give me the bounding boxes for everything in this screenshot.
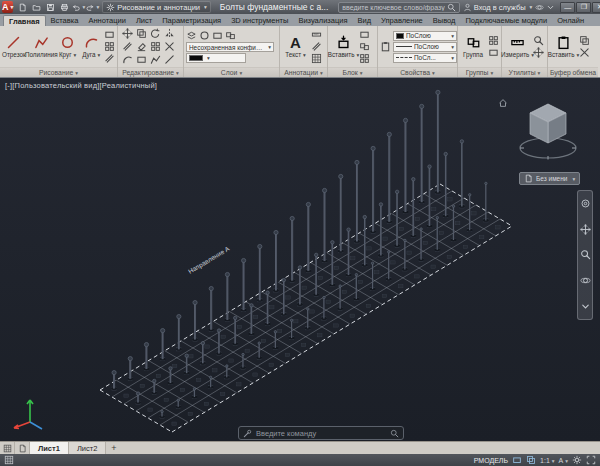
tab-annotacii[interactable]: Аннотации [83,15,131,26]
new-icon[interactable] [16,1,29,13]
text-button[interactable]: АТекст [282,35,309,58]
help-search-box[interactable]: введите ключевое слово/фразу [338,2,459,13]
polyline-button[interactable]: Полилиния [28,35,55,58]
fillet-tool-icon[interactable] [122,54,133,65]
redo-icon[interactable] [86,1,99,13]
cut-clip-icon[interactable] [579,47,590,58]
layer-lock-icon[interactable] [225,30,236,41]
tab-glavnaya[interactable]: Главная [3,15,46,26]
new-layout-button[interactable]: + [106,442,121,454]
fullscreen-icon[interactable] [586,455,596,465]
viewcube[interactable] [512,90,584,168]
workspace-switcher[interactable]: Рисование и аннотации [102,1,211,13]
block-attrs-icon[interactable] [359,53,370,64]
tab-vstavka[interactable]: Вставка [46,15,84,26]
command-line[interactable]: Введите команду [238,426,404,440]
signin-button[interactable]: Вход в службы [463,3,533,12]
minimize-button[interactable]: — [560,2,575,13]
id-point-icon[interactable] [533,47,544,58]
panel-annotation-title[interactable]: Аннотации [284,69,323,76]
dimension-tool-icon[interactable] [311,29,322,40]
layer-off-icon[interactable] [199,30,210,41]
measure-button[interactable]: Измерить [504,35,531,58]
tab-3d-instrumenty[interactable]: 3D инструменты [226,15,293,26]
leader-tool-icon[interactable] [311,41,322,52]
tab-vyvod[interactable]: Вывод [428,15,461,26]
panel-block-title[interactable]: Блок [343,69,363,76]
undo-icon[interactable] [72,1,85,13]
layer-properties-icon[interactable] [186,30,197,41]
layer-freeze-icon[interactable] [212,30,223,41]
group-edit-icon[interactable] [488,47,499,58]
rectangle-tool-icon[interactable] [104,29,115,40]
edit-block-icon[interactable] [359,41,370,52]
mirror-tool-icon[interactable] [164,28,175,39]
navigation-bar[interactable] [577,190,593,320]
command-customize-icon[interactable] [243,429,252,438]
model-space-icon[interactable] [0,442,15,454]
model-paper-toggle[interactable]: РМОДЕЛЬ [474,457,508,464]
match-properties-icon[interactable] [380,41,391,52]
viewcube-home-icon[interactable] [498,94,508,104]
panel-draw-title[interactable]: Рисование [39,69,78,76]
panel-modify-title[interactable]: Редактирование [122,69,179,76]
help-icon[interactable] [546,3,555,12]
save-icon[interactable] [44,1,57,13]
status-gear-icon[interactable] [572,455,582,465]
tab-upravlenie[interactable]: Управление [376,15,428,26]
command-prompt[interactable]: Введите команду [256,429,386,438]
ellipse-tool-icon[interactable] [104,53,115,64]
paste-button[interactable]: Вставить [550,35,577,58]
layout-list-icon[interactable] [15,442,30,454]
offset-tool-icon[interactable] [122,41,133,52]
print-icon[interactable] [58,1,71,13]
layer-dropdown[interactable] [186,53,246,63]
tab-list[interactable]: Лист [131,15,157,26]
erase-tool-icon[interactable] [136,41,147,52]
steering-wheel-icon[interactable] [580,198,591,209]
table-tool-icon[interactable] [311,53,322,64]
ungroup-icon[interactable] [488,35,499,46]
color-dropdown[interactable]: ПоСлою [393,31,457,41]
annotation-scale-button[interactable]: 1:1 [540,457,555,464]
copy-tool-icon[interactable] [136,28,147,39]
panel-layers-title[interactable]: Слои [221,69,242,76]
open-icon[interactable] [30,1,43,13]
hatch-tool-icon[interactable] [104,41,115,52]
viewcube-ucs-menu[interactable]: Без имени [519,172,580,185]
insert-block-button[interactable]: Вставить [330,35,357,58]
app-menu-button[interactable]: A [2,1,13,13]
arc-button[interactable]: Дуга [80,35,102,58]
pan-icon[interactable] [580,224,591,235]
circle-button[interactable]: Круг [57,35,79,58]
layout-tab-list2[interactable]: Лист2 [69,442,106,454]
annotation-visibility-button[interactable]: А [559,457,568,464]
quick-view-drawings-icon[interactable] [526,455,536,465]
trim-tool-icon[interactable] [164,41,175,52]
exchange-apps-icon[interactable] [535,3,544,12]
linetype-dropdown[interactable]: ПоСл... [393,53,457,63]
navbar-more-icon[interactable] [580,301,591,312]
panel-properties-title[interactable]: Свойства [400,69,435,76]
group-button[interactable]: Группа [460,35,486,58]
lineweight-dropdown[interactable]: ПоСлою [393,42,457,52]
panel-groups-title[interactable]: Группы [466,69,493,76]
rotate-tool-icon[interactable] [150,28,161,39]
tab-moduli[interactable]: Подключаемые модули [460,15,552,26]
zoom-icon[interactable] [580,249,591,260]
create-block-icon[interactable] [359,29,370,40]
stretch-tool-icon[interactable] [150,54,161,65]
scale-tool-icon[interactable] [136,54,147,65]
explode-tool-icon[interactable] [164,54,175,65]
layout-tab-list1[interactable]: Лист1 [30,442,69,454]
orbit-icon[interactable] [580,275,591,286]
viewport-controls[interactable]: [-][Пользовательский вид][Реалистичный] [5,81,157,90]
copy-clip-icon[interactable] [579,35,590,46]
array-tool-icon[interactable] [150,41,161,52]
move-tool-icon[interactable] [122,28,133,39]
restore-button[interactable]: ❐ [576,2,591,13]
tab-vid[interactable]: Вид [353,15,377,26]
layer-state-dropdown[interactable]: Несохраненная конфигурация сло [186,42,274,52]
quick-select-icon[interactable] [533,35,544,46]
snap-grid-icon[interactable] [4,455,14,465]
